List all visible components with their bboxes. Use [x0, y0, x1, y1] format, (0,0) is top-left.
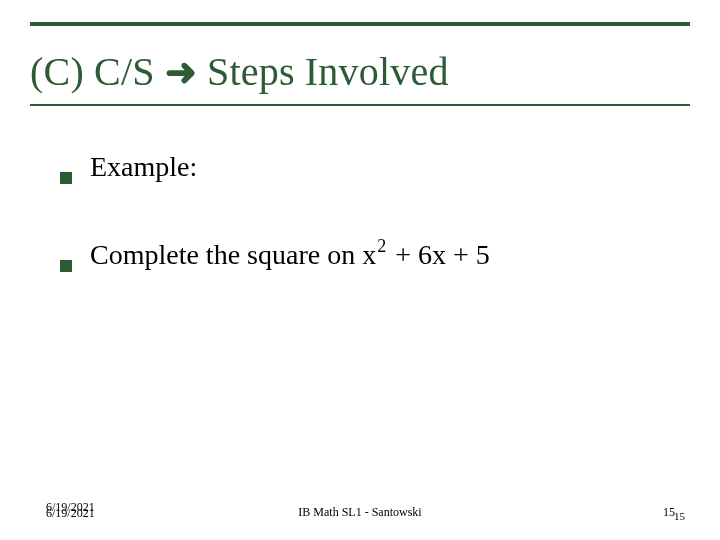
accent-bar	[30, 22, 690, 26]
bullet-text-suffix: + 6x + 5	[388, 239, 490, 270]
footer-page: 1515	[663, 505, 686, 520]
square-bullet-icon	[60, 172, 72, 184]
bullet-text: Example:	[90, 150, 197, 184]
exponent: 2	[377, 236, 386, 256]
slide-body: Example: Complete the square on x2 + 6x …	[60, 150, 680, 326]
title-underline	[30, 104, 690, 106]
bullet-item: Example:	[60, 150, 680, 184]
slide: (C) C/S ➜ Steps Involved Example: Comple…	[0, 0, 720, 540]
bullet-item: Complete the square on x2 + 6x + 5	[60, 238, 680, 272]
bullet-text-prefix: Complete the square on x	[90, 239, 376, 270]
title-prefix: (C) C/S	[30, 48, 155, 95]
square-bullet-icon	[60, 260, 72, 272]
arrow-right-icon: ➜	[165, 53, 197, 91]
footer-page-sub: 15	[674, 510, 685, 522]
slide-title: (C) C/S ➜ Steps Involved	[30, 48, 449, 95]
bullet-text: Complete the square on x2 + 6x + 5	[90, 238, 490, 272]
title-rest: Steps Involved	[207, 48, 449, 95]
footer-center: IB Math SL1 - Santowski	[0, 505, 720, 520]
